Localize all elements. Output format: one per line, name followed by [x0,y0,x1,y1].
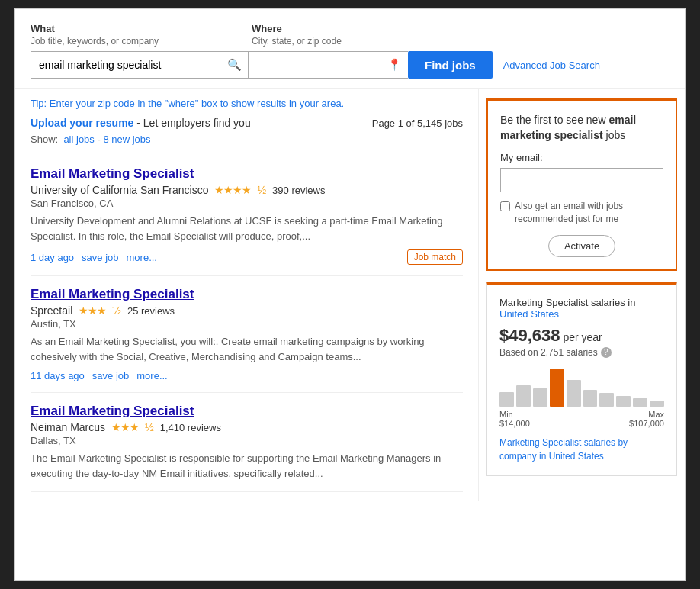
job-title-3[interactable]: Email Marketing Specialist [31,404,194,418]
advanced-job-search-link[interactable]: Advanced Job Search [503,60,600,71]
days-ago-1: 1 day ago [31,252,74,263]
location-3: Dallas, TX [31,435,463,446]
stars-2: ★★★ [79,304,106,317]
tip-text: Tip: Enter your zip code in the "where" … [31,98,463,109]
where-input[interactable] [248,51,408,79]
location-1: San Francisco, CA [31,198,463,209]
chart-bar-9 [650,401,664,407]
days-ago-2: 11 days ago [31,370,85,381]
what-input[interactable]: email marketing specialist [31,51,248,79]
job-card-2: Email Marketing Specialist Spreetail ★★★… [31,276,463,393]
activate-button[interactable]: Activate [548,235,615,257]
salary-box: Marketing Specialist salaries in United … [486,282,677,476]
job-title-1[interactable]: Email Marketing Specialist [31,166,194,181]
salary-amount: $49,638 [499,326,560,345]
job-desc-3: The Email Marketing Specialist is respon… [31,451,463,481]
save-job-2[interactable]: save job [92,370,129,381]
all-jobs-link[interactable]: all jobs [63,134,94,145]
email-input[interactable] [500,168,663,192]
email-label: My email: [500,152,663,163]
stars-1: ★★★★ [214,184,251,196]
job-desc-2: As an Email Marketing Specialist, you wi… [31,334,463,364]
salary-chart: Min $14,000 Max $107,000 [499,369,664,428]
salary-period: per year [563,331,602,343]
upload-suffix: - Let employers find you [133,117,250,129]
what-sublabel: Job title, keywords, or company [31,36,252,47]
location-pin-icon: 📍 [387,58,402,72]
info-icon: ? [601,347,612,358]
salary-min-val: $14,000 [499,419,530,428]
job-card-3: Email Marketing Specialist Neiman Marcus… [31,393,463,492]
company-name-2: Spreetail [31,304,72,317]
reviews-2: 25 reviews [127,305,175,317]
chart-bar-4 [567,380,581,406]
salary-title: Marketing Specialist salaries in United … [499,297,664,320]
alert-title: Be the first to see new email marketing … [500,113,663,143]
more-1[interactable]: more... [127,252,157,263]
company-name-3: Neiman Marcus [31,421,105,433]
company-name-1: University of California San Francisco [31,184,208,196]
salary-location-link[interactable]: United States [499,308,559,320]
salary-by-company-link[interactable]: Marketing Specialist salaries by company… [499,436,664,463]
salary-max-val: $107,000 [629,419,664,428]
chart-bar-3 [550,369,564,407]
salary-basis: Based on 2,751 salaries [499,347,598,358]
chart-bar-7 [616,396,631,407]
page-info: Page 1 of 5,145 jobs [372,117,463,129]
where-sublabel: City, state, or zip code [252,36,419,47]
chart-bar-2 [533,388,547,407]
chart-bar-1 [516,385,531,407]
salary-max-label: Max [629,410,664,419]
chart-bar-0 [499,392,514,407]
find-jobs-button[interactable]: Find jobs [408,51,493,79]
save-job-1[interactable]: save job [82,252,118,263]
chart-bar-8 [633,398,647,407]
what-label: What [31,23,252,34]
chart-bar-6 [599,393,614,407]
more-2[interactable]: more... [136,370,167,381]
email-alert-box: Be the first to see new email marketing … [486,98,677,271]
stars-3: ★★★ [111,421,139,433]
search-icon: 🔍 [227,58,242,72]
chart-bar-5 [583,390,598,407]
salary-min-label: Min [499,410,530,419]
location-2: Austin, TX [31,318,463,330]
email-jobs-checkbox[interactable] [500,201,510,211]
show-row: Show: all jobs - 8 new jobs [31,134,463,145]
new-jobs-link[interactable]: 8 new jobs [103,134,150,145]
reviews-1: 390 reviews [272,185,325,196]
job-title-2[interactable]: Email Marketing Specialist [31,287,194,301]
checkbox-label: Also get an email with jobs recommended … [515,200,663,226]
job-match-badge-1: Job match [407,249,463,265]
job-card-1: Email Marketing Specialist University of… [31,156,463,276]
job-desc-1: University Development and Alumni Relati… [31,214,463,243]
upload-resume-link[interactable]: Upload your resume [31,117,133,129]
reviews-3: 1,410 reviews [160,422,221,433]
where-label: Where [252,23,419,34]
